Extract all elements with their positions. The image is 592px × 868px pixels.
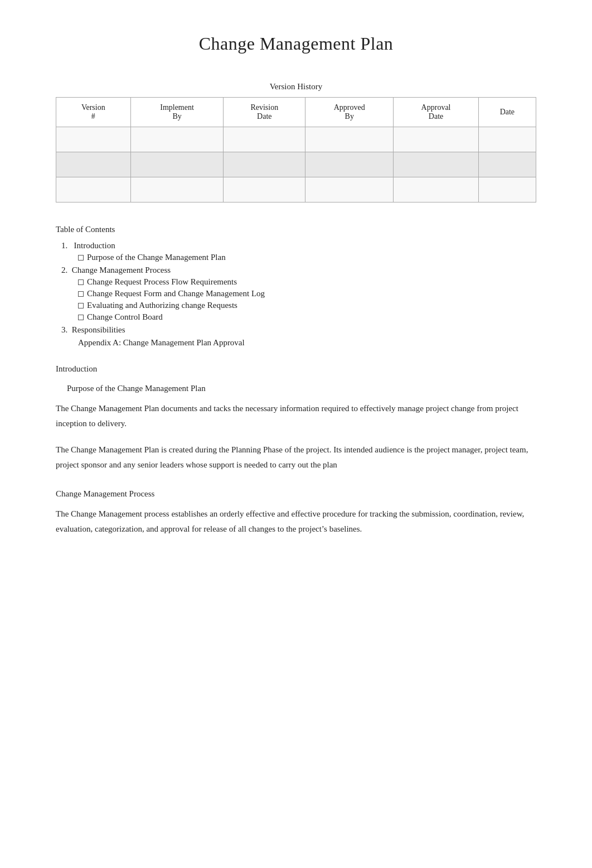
toc-item-1: 1. Introduction Purpose of the Change Ma… bbox=[61, 241, 536, 262]
cell bbox=[56, 177, 131, 202]
intro-paragraph-1: The Change Management Plan documents and… bbox=[56, 401, 536, 431]
table-row bbox=[56, 177, 536, 202]
toc-list: 1. Introduction Purpose of the Change Ma… bbox=[56, 241, 536, 335]
toc-subitem-1-1: Purpose of the Change Management Plan bbox=[78, 253, 536, 262]
table-row bbox=[56, 152, 536, 177]
toc-sublist-1: Purpose of the Change Management Plan bbox=[61, 253, 536, 262]
toc-subitem-label: Change Request Process Flow Requirements bbox=[87, 277, 237, 287]
toc-subitem-2-3: Evaluating and Authorizing change Reques… bbox=[78, 301, 536, 310]
bullet-icon bbox=[78, 279, 84, 285]
toc-subitem-2-2: Change Request Form and Change Managemen… bbox=[78, 289, 536, 298]
toc-sublist-2: Change Request Process Flow Requirements… bbox=[61, 277, 536, 322]
version-table: Version# ImplementBy RevisionDate Approv… bbox=[56, 97, 536, 202]
cell bbox=[305, 177, 394, 202]
col-implement: ImplementBy bbox=[130, 98, 224, 127]
intro-paragraph-2: The Change Management Plan is created du… bbox=[56, 442, 536, 472]
bullet-icon bbox=[78, 255, 84, 261]
toc-section: Table of Contents 1. Introduction Purpos… bbox=[56, 225, 536, 348]
toc-subitem-label: Purpose of the Change Management Plan bbox=[87, 253, 226, 262]
cell bbox=[478, 152, 536, 177]
toc-subitem-label: Change Control Board bbox=[87, 312, 163, 322]
cell bbox=[224, 127, 305, 152]
cell bbox=[478, 177, 536, 202]
col-version: Version# bbox=[56, 98, 131, 127]
cell bbox=[130, 177, 224, 202]
col-approved: ApprovedBy bbox=[305, 98, 394, 127]
toc-title: Table of Contents bbox=[56, 225, 536, 234]
toc-subitem-label: Evaluating and Authorizing change Reques… bbox=[87, 301, 237, 310]
bullet-icon bbox=[78, 303, 84, 308]
toc-subitem-label: Change Request Form and Change Managemen… bbox=[87, 289, 265, 298]
page-title: Change Management Plan bbox=[56, 33, 536, 54]
introduction-section: Introduction Purpose of the Change Manag… bbox=[56, 364, 536, 472]
cell bbox=[56, 152, 131, 177]
cell bbox=[478, 127, 536, 152]
change-management-heading: Change Management Process bbox=[56, 489, 536, 499]
change-management-section: Change Management Process The Change Man… bbox=[56, 489, 536, 537]
bullet-icon bbox=[78, 315, 84, 320]
toc-item-2-title: 2. Change Management Process bbox=[61, 266, 536, 275]
cell bbox=[56, 127, 131, 152]
col-revision: RevisionDate bbox=[224, 98, 305, 127]
version-history-title: Version History bbox=[56, 82, 536, 91]
toc-item-3: 3. Responsibilities bbox=[61, 325, 536, 335]
intro-subheading: Purpose of the Change Management Plan bbox=[56, 384, 536, 393]
toc-item-3-title: 3. Responsibilities bbox=[61, 325, 536, 335]
cell bbox=[394, 152, 478, 177]
version-history-section: Version History Version# ImplementBy Rev… bbox=[56, 82, 536, 202]
cell bbox=[224, 177, 305, 202]
introduction-heading: Introduction bbox=[56, 364, 536, 374]
toc-item-2: 2. Change Management Process Change Requ… bbox=[61, 266, 536, 322]
cell bbox=[130, 127, 224, 152]
col-approval-date: ApprovalDate bbox=[394, 98, 478, 127]
cell bbox=[394, 127, 478, 152]
bullet-icon bbox=[78, 291, 84, 297]
cell bbox=[305, 127, 394, 152]
cell bbox=[224, 152, 305, 177]
toc-item-1-title: 1. Introduction bbox=[61, 241, 536, 250]
cell bbox=[130, 152, 224, 177]
table-row bbox=[56, 127, 536, 152]
cell bbox=[305, 152, 394, 177]
toc-subitem-2-1: Change Request Process Flow Requirements bbox=[78, 277, 536, 287]
change-management-paragraph-1: The Change Management process establishe… bbox=[56, 507, 536, 537]
col-date: Date bbox=[478, 98, 536, 127]
cell bbox=[394, 177, 478, 202]
toc-appendix: Appendix A: Change Management Plan Appro… bbox=[56, 338, 536, 348]
toc-subitem-2-4: Change Control Board bbox=[78, 312, 536, 322]
